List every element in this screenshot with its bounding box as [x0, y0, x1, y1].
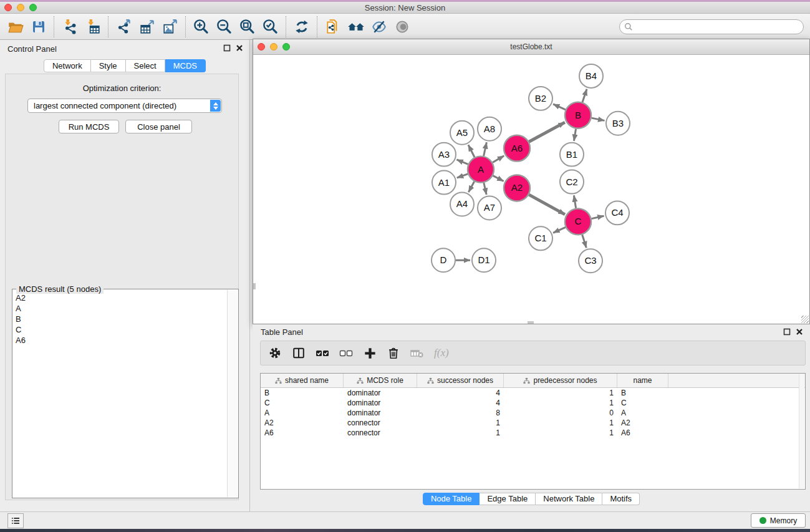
- network-window-titlebar[interactable]: testGlobe.txt: [253, 39, 809, 55]
- graph-node-A5[interactable]: A5: [450, 121, 474, 145]
- task-history-button[interactable]: [7, 513, 24, 528]
- graph-node-B4[interactable]: B4: [579, 64, 603, 88]
- edge-C-C4: [591, 216, 604, 218]
- export-table-button[interactable]: [135, 16, 158, 38]
- mcds-result-item[interactable]: A: [13, 303, 226, 314]
- tab-network-table[interactable]: Network Table: [536, 493, 602, 505]
- column-header-label: shared name: [285, 376, 329, 385]
- show-graphics-details-button[interactable]: [390, 16, 413, 38]
- delete-table-button[interactable]: [407, 343, 428, 363]
- table-row[interactable]: A6connector11A6: [261, 428, 805, 438]
- tab-select[interactable]: Select: [126, 59, 165, 72]
- refresh-button[interactable]: [290, 16, 313, 38]
- graph-node-C2[interactable]: C2: [560, 170, 584, 194]
- import-network-button[interactable]: [58, 16, 81, 38]
- delete-column-button[interactable]: [383, 343, 404, 363]
- zoom-in-button[interactable]: [190, 16, 213, 38]
- tab-mcds[interactable]: MCDS: [165, 59, 206, 72]
- column-header-MCDS-role[interactable]: MCDS role: [344, 374, 417, 387]
- table-settings-button[interactable]: [264, 343, 286, 363]
- network-from-selection-button[interactable]: [321, 16, 344, 38]
- tab-motifs[interactable]: Motifs: [602, 493, 640, 505]
- panel-divider: [249, 40, 250, 511]
- graph-node-D1[interactable]: D1: [472, 248, 496, 272]
- table-cell: 1: [504, 418, 617, 428]
- mcds-result-item[interactable]: A2: [13, 293, 226, 303]
- criterion-select[interactable]: largest connected component (directed): [27, 99, 222, 113]
- zoom-selected-button[interactable]: [259, 16, 282, 38]
- open-session-button[interactable]: [4, 16, 27, 38]
- table-row[interactable]: Cdominator41C: [261, 398, 805, 408]
- column-header-name[interactable]: name: [617, 374, 668, 387]
- main-toolbar: [0, 14, 810, 40]
- run-mcds-button[interactable]: Run MCDS: [59, 120, 119, 133]
- node-label: B3: [612, 118, 624, 128]
- float-table-panel-icon[interactable]: [783, 328, 791, 336]
- column-header-predecessor-nodes[interactable]: predecessor nodes: [504, 374, 617, 387]
- graph-node-D[interactable]: D: [432, 248, 455, 272]
- table-panel: Table Panel: [253, 324, 810, 511]
- column-header-successor-nodes[interactable]: successor nodes: [417, 374, 504, 387]
- table-header-row: shared nameMCDS rolesuccessor nodesprede…: [261, 374, 805, 388]
- graph-node-A3[interactable]: A3: [432, 143, 456, 167]
- show-column-button[interactable]: [288, 343, 309, 363]
- save-session-button[interactable]: [27, 16, 50, 38]
- graph-node-A6[interactable]: A6: [504, 135, 530, 162]
- hide-graphics-details-button[interactable]: [367, 16, 390, 38]
- graph-node-B3[interactable]: B3: [606, 112, 630, 135]
- graph-node-B1[interactable]: B1: [560, 143, 584, 167]
- toolbar-separator: [54, 16, 54, 37]
- table-cell: 1: [504, 388, 617, 398]
- create-column-button[interactable]: [359, 343, 380, 363]
- close-table-panel-icon[interactable]: [796, 328, 803, 336]
- result-scrollbar[interactable]: [227, 290, 238, 497]
- edge-A-A4: [468, 181, 474, 192]
- tab-style[interactable]: Style: [91, 59, 126, 72]
- tab-edge-table[interactable]: Edge Table: [480, 493, 536, 505]
- table-row[interactable]: Adominator80A: [261, 408, 805, 418]
- search-input[interactable]: [619, 19, 804, 34]
- table-row[interactable]: A2connector11A2: [261, 418, 805, 428]
- close-panel-button[interactable]: Close panel: [125, 120, 192, 133]
- graph-node-A[interactable]: A: [468, 157, 494, 183]
- graph-node-C3[interactable]: C3: [579, 249, 602, 273]
- graph-node-A4[interactable]: A4: [450, 192, 474, 216]
- graph-node-A1[interactable]: A1: [432, 171, 456, 195]
- table-row[interactable]: Bdominator41B: [261, 388, 805, 398]
- mcds-result-item[interactable]: A6: [13, 335, 226, 346]
- float-panel-icon[interactable]: [223, 44, 231, 52]
- graph-node-B[interactable]: B: [565, 102, 591, 128]
- home-button[interactable]: [344, 16, 367, 38]
- window-resize-grip[interactable]: [801, 316, 809, 323]
- export-network-button[interactable]: [112, 16, 135, 38]
- function-builder-button[interactable]: f(x): [434, 347, 449, 359]
- mcds-result-item[interactable]: B: [13, 314, 226, 324]
- table-cell: 1: [417, 428, 504, 438]
- export-image-button[interactable]: [158, 16, 181, 38]
- graph-node-A7[interactable]: A7: [478, 196, 501, 220]
- unselect-all-columns-button[interactable]: [335, 343, 357, 363]
- tab-node-table[interactable]: Node Table: [423, 493, 480, 505]
- memory-button[interactable]: Memory: [751, 513, 806, 528]
- graph-node-C[interactable]: C: [565, 208, 591, 235]
- graph-node-C4[interactable]: C4: [605, 201, 629, 225]
- graph-node-C1[interactable]: C1: [529, 226, 552, 250]
- edge-B-B1: [574, 128, 576, 140]
- tab-network[interactable]: Network: [44, 59, 91, 72]
- zoom-in-icon: [193, 18, 210, 35]
- column-header-shared-name[interactable]: shared name: [261, 374, 344, 387]
- mcds-result-item[interactable]: C: [13, 324, 226, 335]
- network-canvas[interactable]: AA5A8A3A1A4A7A6A2BB4B2B3B1CC2C4C1C3DD1: [253, 55, 809, 324]
- zoom-out-button[interactable]: [213, 16, 236, 38]
- graph-node-A2[interactable]: A2: [504, 175, 530, 201]
- status-bar: Memory: [0, 511, 810, 529]
- import-table-button[interactable]: [81, 16, 104, 38]
- graph-node-B2[interactable]: B2: [529, 87, 552, 110]
- close-panel-icon[interactable]: [236, 44, 243, 52]
- node-label: C1: [534, 233, 546, 243]
- zoom-fit-button[interactable]: [236, 16, 259, 38]
- table-scrollbar[interactable]: [799, 374, 804, 488]
- select-all-columns-button[interactable]: [312, 343, 333, 363]
- app-titlebar[interactable]: Session: New Session: [0, 2, 810, 14]
- graph-node-A8[interactable]: A8: [478, 117, 501, 141]
